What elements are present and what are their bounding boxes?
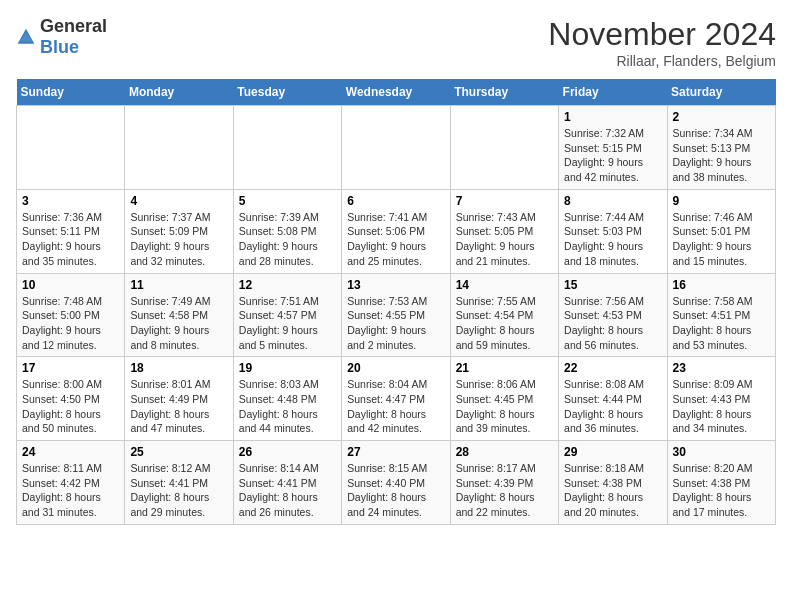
day-info: Sunrise: 7:34 AM Sunset: 5:13 PM Dayligh…: [673, 126, 770, 185]
day-info: Sunrise: 7:48 AM Sunset: 5:00 PM Dayligh…: [22, 294, 119, 353]
day-cell-2-3: 13Sunrise: 7:53 AM Sunset: 4:55 PM Dayli…: [342, 273, 450, 357]
day-info: Sunrise: 7:55 AM Sunset: 4:54 PM Dayligh…: [456, 294, 553, 353]
logo: General Blue: [16, 16, 107, 58]
day-info: Sunrise: 8:18 AM Sunset: 4:38 PM Dayligh…: [564, 461, 661, 520]
day-cell-2-2: 12Sunrise: 7:51 AM Sunset: 4:57 PM Dayli…: [233, 273, 341, 357]
calendar-table: SundayMondayTuesdayWednesdayThursdayFrid…: [16, 79, 776, 525]
header-saturday: Saturday: [667, 79, 775, 106]
day-number: 25: [130, 445, 227, 459]
day-info: Sunrise: 7:36 AM Sunset: 5:11 PM Dayligh…: [22, 210, 119, 269]
day-cell-1-0: 3Sunrise: 7:36 AM Sunset: 5:11 PM Daylig…: [17, 189, 125, 273]
logo-icon: [16, 27, 36, 47]
day-cell-0-2: [233, 106, 341, 190]
day-info: Sunrise: 7:39 AM Sunset: 5:08 PM Dayligh…: [239, 210, 336, 269]
day-number: 9: [673, 194, 770, 208]
calendar-header: SundayMondayTuesdayWednesdayThursdayFrid…: [17, 79, 776, 106]
day-info: Sunrise: 8:15 AM Sunset: 4:40 PM Dayligh…: [347, 461, 444, 520]
day-info: Sunrise: 7:49 AM Sunset: 4:58 PM Dayligh…: [130, 294, 227, 353]
week-row-5: 24Sunrise: 8:11 AM Sunset: 4:42 PM Dayli…: [17, 441, 776, 525]
day-cell-3-4: 21Sunrise: 8:06 AM Sunset: 4:45 PM Dayli…: [450, 357, 558, 441]
header-friday: Friday: [559, 79, 667, 106]
header-monday: Monday: [125, 79, 233, 106]
day-number: 24: [22, 445, 119, 459]
week-row-3: 10Sunrise: 7:48 AM Sunset: 5:00 PM Dayli…: [17, 273, 776, 357]
header-thursday: Thursday: [450, 79, 558, 106]
day-cell-2-6: 16Sunrise: 7:58 AM Sunset: 4:51 PM Dayli…: [667, 273, 775, 357]
day-number: 20: [347, 361, 444, 375]
logo-general: General: [40, 16, 107, 36]
day-number: 29: [564, 445, 661, 459]
day-number: 4: [130, 194, 227, 208]
day-info: Sunrise: 7:32 AM Sunset: 5:15 PM Dayligh…: [564, 126, 661, 185]
day-number: 23: [673, 361, 770, 375]
day-cell-0-6: 2Sunrise: 7:34 AM Sunset: 5:13 PM Daylig…: [667, 106, 775, 190]
logo-blue: Blue: [40, 37, 79, 57]
location: Rillaar, Flanders, Belgium: [548, 53, 776, 69]
header: General Blue November 2024 Rillaar, Flan…: [16, 16, 776, 69]
day-cell-1-5: 8Sunrise: 7:44 AM Sunset: 5:03 PM Daylig…: [559, 189, 667, 273]
day-number: 10: [22, 278, 119, 292]
day-cell-4-0: 24Sunrise: 8:11 AM Sunset: 4:42 PM Dayli…: [17, 441, 125, 525]
day-number: 18: [130, 361, 227, 375]
title-section: November 2024 Rillaar, Flanders, Belgium: [548, 16, 776, 69]
day-cell-1-6: 9Sunrise: 7:46 AM Sunset: 5:01 PM Daylig…: [667, 189, 775, 273]
day-cell-3-3: 20Sunrise: 8:04 AM Sunset: 4:47 PM Dayli…: [342, 357, 450, 441]
day-cell-3-1: 18Sunrise: 8:01 AM Sunset: 4:49 PM Dayli…: [125, 357, 233, 441]
day-number: 6: [347, 194, 444, 208]
day-info: Sunrise: 8:14 AM Sunset: 4:41 PM Dayligh…: [239, 461, 336, 520]
day-info: Sunrise: 7:56 AM Sunset: 4:53 PM Dayligh…: [564, 294, 661, 353]
day-number: 5: [239, 194, 336, 208]
svg-marker-1: [19, 32, 32, 42]
day-number: 19: [239, 361, 336, 375]
day-number: 15: [564, 278, 661, 292]
day-cell-2-5: 15Sunrise: 7:56 AM Sunset: 4:53 PM Dayli…: [559, 273, 667, 357]
day-info: Sunrise: 8:12 AM Sunset: 4:41 PM Dayligh…: [130, 461, 227, 520]
day-cell-4-2: 26Sunrise: 8:14 AM Sunset: 4:41 PM Dayli…: [233, 441, 341, 525]
day-cell-4-3: 27Sunrise: 8:15 AM Sunset: 4:40 PM Dayli…: [342, 441, 450, 525]
day-cell-4-5: 29Sunrise: 8:18 AM Sunset: 4:38 PM Dayli…: [559, 441, 667, 525]
day-info: Sunrise: 7:43 AM Sunset: 5:05 PM Dayligh…: [456, 210, 553, 269]
day-cell-0-1: [125, 106, 233, 190]
day-info: Sunrise: 8:01 AM Sunset: 4:49 PM Dayligh…: [130, 377, 227, 436]
day-cell-2-4: 14Sunrise: 7:55 AM Sunset: 4:54 PM Dayli…: [450, 273, 558, 357]
day-number: 1: [564, 110, 661, 124]
day-number: 11: [130, 278, 227, 292]
day-cell-0-0: [17, 106, 125, 190]
day-info: Sunrise: 8:03 AM Sunset: 4:48 PM Dayligh…: [239, 377, 336, 436]
day-info: Sunrise: 7:44 AM Sunset: 5:03 PM Dayligh…: [564, 210, 661, 269]
day-info: Sunrise: 7:58 AM Sunset: 4:51 PM Dayligh…: [673, 294, 770, 353]
day-number: 30: [673, 445, 770, 459]
day-number: 17: [22, 361, 119, 375]
day-cell-0-3: [342, 106, 450, 190]
day-cell-4-1: 25Sunrise: 8:12 AM Sunset: 4:41 PM Dayli…: [125, 441, 233, 525]
day-cell-1-3: 6Sunrise: 7:41 AM Sunset: 5:06 PM Daylig…: [342, 189, 450, 273]
day-cell-4-6: 30Sunrise: 8:20 AM Sunset: 4:38 PM Dayli…: [667, 441, 775, 525]
logo-text: General Blue: [40, 16, 107, 58]
week-row-4: 17Sunrise: 8:00 AM Sunset: 4:50 PM Dayli…: [17, 357, 776, 441]
day-number: 22: [564, 361, 661, 375]
day-number: 14: [456, 278, 553, 292]
header-sunday: Sunday: [17, 79, 125, 106]
day-number: 16: [673, 278, 770, 292]
header-wednesday: Wednesday: [342, 79, 450, 106]
header-row: SundayMondayTuesdayWednesdayThursdayFrid…: [17, 79, 776, 106]
day-number: 12: [239, 278, 336, 292]
day-info: Sunrise: 8:09 AM Sunset: 4:43 PM Dayligh…: [673, 377, 770, 436]
day-number: 3: [22, 194, 119, 208]
day-info: Sunrise: 8:11 AM Sunset: 4:42 PM Dayligh…: [22, 461, 119, 520]
day-info: Sunrise: 8:06 AM Sunset: 4:45 PM Dayligh…: [456, 377, 553, 436]
day-info: Sunrise: 7:46 AM Sunset: 5:01 PM Dayligh…: [673, 210, 770, 269]
day-number: 21: [456, 361, 553, 375]
day-cell-3-2: 19Sunrise: 8:03 AM Sunset: 4:48 PM Dayli…: [233, 357, 341, 441]
day-info: Sunrise: 8:08 AM Sunset: 4:44 PM Dayligh…: [564, 377, 661, 436]
day-number: 2: [673, 110, 770, 124]
day-cell-2-0: 10Sunrise: 7:48 AM Sunset: 5:00 PM Dayli…: [17, 273, 125, 357]
day-info: Sunrise: 7:53 AM Sunset: 4:55 PM Dayligh…: [347, 294, 444, 353]
day-info: Sunrise: 8:00 AM Sunset: 4:50 PM Dayligh…: [22, 377, 119, 436]
header-tuesday: Tuesday: [233, 79, 341, 106]
day-info: Sunrise: 8:20 AM Sunset: 4:38 PM Dayligh…: [673, 461, 770, 520]
day-cell-3-5: 22Sunrise: 8:08 AM Sunset: 4:44 PM Dayli…: [559, 357, 667, 441]
day-number: 28: [456, 445, 553, 459]
day-number: 27: [347, 445, 444, 459]
day-cell-2-1: 11Sunrise: 7:49 AM Sunset: 4:58 PM Dayli…: [125, 273, 233, 357]
